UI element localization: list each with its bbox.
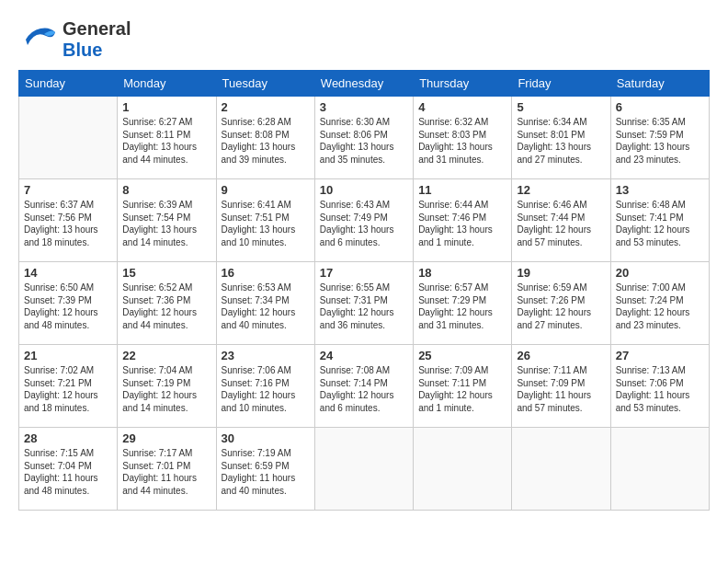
calendar-cell: 18Sunrise: 6:57 AM Sunset: 7:29 PM Dayli… <box>414 262 512 345</box>
calendar-cell <box>414 428 512 511</box>
logo: General Blue <box>18 18 131 61</box>
day-info: Sunrise: 6:34 AM Sunset: 8:01 PM Dayligh… <box>517 116 605 166</box>
day-number: 7 <box>24 183 112 197</box>
calendar-week-row: 14Sunrise: 6:50 AM Sunset: 7:39 PM Dayli… <box>19 262 710 345</box>
calendar-cell: 28Sunrise: 7:15 AM Sunset: 7:04 PM Dayli… <box>19 428 118 511</box>
calendar-cell: 2Sunrise: 6:28 AM Sunset: 8:08 PM Daylig… <box>216 97 314 179</box>
day-number: 14 <box>24 266 112 280</box>
calendar-week-row: 28Sunrise: 7:15 AM Sunset: 7:04 PM Dayli… <box>19 428 710 511</box>
day-info: Sunrise: 6:50 AM Sunset: 7:39 PM Dayligh… <box>24 282 112 331</box>
day-info: Sunrise: 7:00 AM Sunset: 7:24 PM Dayligh… <box>616 282 704 331</box>
general-blue-logo-icon <box>18 19 59 60</box>
calendar-cell: 29Sunrise: 7:17 AM Sunset: 7:01 PM Dayli… <box>118 428 216 511</box>
day-number: 4 <box>418 100 506 114</box>
calendar-header-row: SundayMondayTuesdayWednesdayThursdayFrid… <box>19 71 710 97</box>
calendar-cell: 20Sunrise: 7:00 AM Sunset: 7:24 PM Dayli… <box>610 262 709 345</box>
day-info: Sunrise: 7:17 AM Sunset: 7:01 PM Dayligh… <box>122 447 210 497</box>
day-number: 17 <box>320 266 408 280</box>
day-number: 27 <box>616 349 704 362</box>
weekday-header-thursday: Thursday <box>414 71 512 97</box>
weekday-header-friday: Friday <box>512 71 610 97</box>
calendar-cell: 9Sunrise: 6:41 AM Sunset: 7:51 PM Daylig… <box>216 179 314 262</box>
calendar-cell: 15Sunrise: 6:52 AM Sunset: 7:36 PM Dayli… <box>118 262 216 345</box>
calendar-cell: 7Sunrise: 6:37 AM Sunset: 7:56 PM Daylig… <box>19 179 118 262</box>
day-info: Sunrise: 7:13 AM Sunset: 7:06 PM Dayligh… <box>616 364 704 414</box>
weekday-header-saturday: Saturday <box>610 71 709 97</box>
day-number: 30 <box>222 431 310 445</box>
day-number: 2 <box>222 100 310 114</box>
day-number: 25 <box>418 349 506 362</box>
day-info: Sunrise: 7:19 AM Sunset: 6:59 PM Dayligh… <box>222 447 310 497</box>
calendar-cell: 27Sunrise: 7:13 AM Sunset: 7:06 PM Dayli… <box>610 345 709 428</box>
calendar-cell: 22Sunrise: 7:04 AM Sunset: 7:19 PM Dayli… <box>118 345 216 428</box>
calendar-cell: 4Sunrise: 6:32 AM Sunset: 8:03 PM Daylig… <box>414 97 512 179</box>
calendar-cell: 25Sunrise: 7:09 AM Sunset: 7:11 PM Dayli… <box>414 345 512 428</box>
calendar-cell <box>314 428 413 511</box>
day-number: 6 <box>616 100 704 114</box>
day-info: Sunrise: 7:04 AM Sunset: 7:19 PM Dayligh… <box>122 364 210 414</box>
day-number: 5 <box>517 100 605 114</box>
day-number: 10 <box>320 183 408 197</box>
calendar-cell <box>610 428 709 511</box>
day-info: Sunrise: 6:43 AM Sunset: 7:49 PM Dayligh… <box>320 199 408 248</box>
day-info: Sunrise: 6:30 AM Sunset: 8:06 PM Dayligh… <box>320 116 408 166</box>
day-number: 21 <box>24 349 112 362</box>
calendar-cell: 3Sunrise: 6:30 AM Sunset: 8:06 PM Daylig… <box>314 97 413 179</box>
calendar-week-row: 21Sunrise: 7:02 AM Sunset: 7:21 PM Dayli… <box>19 345 710 428</box>
day-info: Sunrise: 6:28 AM Sunset: 8:08 PM Dayligh… <box>222 116 310 166</box>
day-info: Sunrise: 6:52 AM Sunset: 7:36 PM Dayligh… <box>122 282 210 331</box>
day-info: Sunrise: 6:46 AM Sunset: 7:44 PM Dayligh… <box>517 199 605 248</box>
calendar-table: SundayMondayTuesdayWednesdayThursdayFrid… <box>18 70 710 511</box>
day-number: 3 <box>320 100 408 114</box>
day-info: Sunrise: 6:57 AM Sunset: 7:29 PM Dayligh… <box>418 282 506 331</box>
logo-line1: General <box>63 18 131 40</box>
day-info: Sunrise: 6:48 AM Sunset: 7:41 PM Dayligh… <box>616 199 704 248</box>
day-number: 15 <box>122 266 210 280</box>
day-number: 13 <box>616 183 704 197</box>
day-info: Sunrise: 6:27 AM Sunset: 8:11 PM Dayligh… <box>122 116 210 166</box>
weekday-header-tuesday: Tuesday <box>216 71 314 97</box>
day-number: 24 <box>320 349 408 362</box>
calendar-cell: 8Sunrise: 6:39 AM Sunset: 7:54 PM Daylig… <box>118 179 216 262</box>
day-info: Sunrise: 6:59 AM Sunset: 7:26 PM Dayligh… <box>517 282 605 331</box>
weekday-header-monday: Monday <box>118 71 216 97</box>
day-info: Sunrise: 6:41 AM Sunset: 7:51 PM Dayligh… <box>222 199 310 248</box>
calendar-week-row: 1Sunrise: 6:27 AM Sunset: 8:11 PM Daylig… <box>19 97 710 179</box>
day-info: Sunrise: 6:53 AM Sunset: 7:34 PM Dayligh… <box>222 282 310 331</box>
day-info: Sunrise: 6:39 AM Sunset: 7:54 PM Dayligh… <box>122 199 210 248</box>
day-info: Sunrise: 7:06 AM Sunset: 7:16 PM Dayligh… <box>222 364 310 414</box>
day-info: Sunrise: 7:02 AM Sunset: 7:21 PM Dayligh… <box>24 364 112 414</box>
day-info: Sunrise: 7:08 AM Sunset: 7:14 PM Dayligh… <box>320 364 408 414</box>
day-number: 19 <box>517 266 605 280</box>
calendar-cell: 12Sunrise: 6:46 AM Sunset: 7:44 PM Dayli… <box>512 179 610 262</box>
calendar-cell: 5Sunrise: 6:34 AM Sunset: 8:01 PM Daylig… <box>512 97 610 179</box>
weekday-header-sunday: Sunday <box>19 71 118 97</box>
calendar-cell: 13Sunrise: 6:48 AM Sunset: 7:41 PM Dayli… <box>610 179 709 262</box>
day-info: Sunrise: 6:37 AM Sunset: 7:56 PM Dayligh… <box>24 199 112 248</box>
calendar-week-row: 7Sunrise: 6:37 AM Sunset: 7:56 PM Daylig… <box>19 179 710 262</box>
day-number: 9 <box>222 183 310 197</box>
calendar-cell: 14Sunrise: 6:50 AM Sunset: 7:39 PM Dayli… <box>19 262 118 345</box>
calendar-cell: 1Sunrise: 6:27 AM Sunset: 8:11 PM Daylig… <box>118 97 216 179</box>
calendar-cell <box>19 97 118 179</box>
day-number: 12 <box>517 183 605 197</box>
day-number: 8 <box>122 183 210 197</box>
logo-line2: Blue <box>63 40 131 61</box>
calendar-cell: 10Sunrise: 6:43 AM Sunset: 7:49 PM Dayli… <box>314 179 413 262</box>
calendar-cell: 23Sunrise: 7:06 AM Sunset: 7:16 PM Dayli… <box>216 345 314 428</box>
calendar-cell <box>512 428 610 511</box>
calendar-cell: 24Sunrise: 7:08 AM Sunset: 7:14 PM Dayli… <box>314 345 413 428</box>
day-number: 23 <box>222 349 310 362</box>
day-info: Sunrise: 6:55 AM Sunset: 7:31 PM Dayligh… <box>320 282 408 331</box>
calendar-cell: 17Sunrise: 6:55 AM Sunset: 7:31 PM Dayli… <box>314 262 413 345</box>
day-number: 22 <box>122 349 210 362</box>
day-info: Sunrise: 7:11 AM Sunset: 7:09 PM Dayligh… <box>517 364 605 414</box>
day-info: Sunrise: 6:35 AM Sunset: 7:59 PM Dayligh… <box>616 116 704 166</box>
calendar-cell: 26Sunrise: 7:11 AM Sunset: 7:09 PM Dayli… <box>512 345 610 428</box>
header: General Blue <box>18 18 710 61</box>
calendar-cell: 21Sunrise: 7:02 AM Sunset: 7:21 PM Dayli… <box>19 345 118 428</box>
day-number: 18 <box>418 266 506 280</box>
day-info: Sunrise: 7:09 AM Sunset: 7:11 PM Dayligh… <box>418 364 506 414</box>
day-number: 28 <box>24 431 112 445</box>
day-number: 11 <box>418 183 506 197</box>
